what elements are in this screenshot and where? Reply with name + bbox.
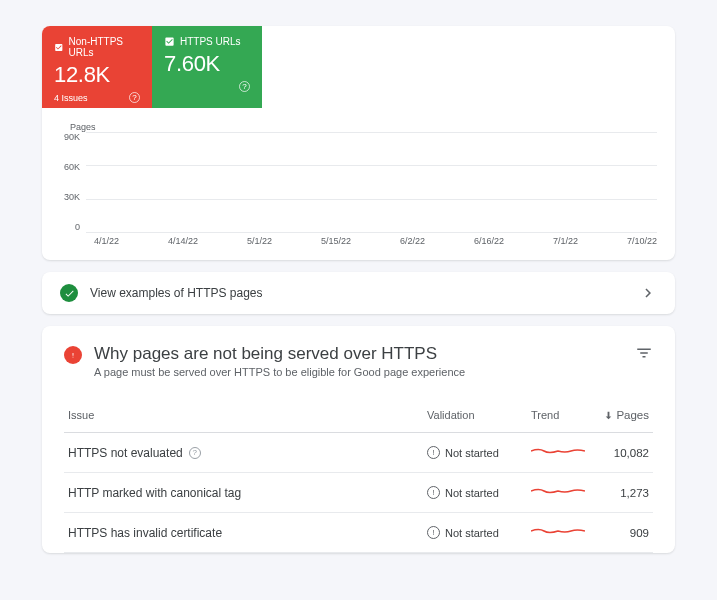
help-icon[interactable]: ? bbox=[239, 81, 250, 92]
info-icon: ! bbox=[427, 486, 440, 499]
checkbox-checked-icon bbox=[164, 36, 175, 47]
issue-name: HTTP marked with canonical tag bbox=[68, 486, 427, 500]
help-icon[interactable]: ? bbox=[189, 447, 201, 459]
pages-count: 1,273 bbox=[599, 487, 649, 499]
alert-icon bbox=[64, 346, 82, 364]
info-icon: ! bbox=[427, 526, 440, 539]
chart-yaxis: 90K60K30K0 bbox=[64, 132, 80, 232]
validation-status: !Not started bbox=[427, 486, 523, 499]
col-pages[interactable]: Pages bbox=[599, 409, 649, 421]
checkbox-checked-icon bbox=[54, 42, 64, 53]
issue-name: HTTPS has invalid certificate bbox=[68, 526, 427, 540]
metrics-card: Non-HTTPS URLs 12.8K 4 Issues ? HTTPS UR… bbox=[42, 26, 675, 260]
view-examples-row[interactable]: View examples of HTTPS pages bbox=[42, 272, 675, 314]
issue-name: HTTPS not evaluated? bbox=[68, 446, 427, 460]
issues-subtitle: A page must be served over HTTPS to be e… bbox=[94, 366, 623, 378]
chart-plot bbox=[86, 132, 657, 232]
validation-status: !Not started bbox=[427, 526, 523, 539]
check-circle-icon bbox=[60, 284, 78, 302]
table-row[interactable]: HTTP marked with canonical tag!Not start… bbox=[64, 473, 653, 513]
stat-non-https-value: 12.8K bbox=[54, 62, 140, 88]
col-trend: Trend bbox=[531, 409, 591, 421]
table-row[interactable]: HTTPS not evaluated?!Not started10,082 bbox=[64, 433, 653, 473]
info-icon: ! bbox=[427, 446, 440, 459]
chart-y-title: Pages bbox=[70, 122, 657, 132]
issues-title: Why pages are not being served over HTTP… bbox=[94, 344, 623, 364]
pages-count: 10,082 bbox=[599, 447, 649, 459]
trend-sparkline bbox=[531, 524, 591, 541]
stat-https-label: HTTPS URLs bbox=[180, 36, 241, 47]
trend-sparkline bbox=[531, 444, 591, 461]
table-header: Issue Validation Trend Pages bbox=[64, 398, 653, 433]
stat-non-https[interactable]: Non-HTTPS URLs 12.8K 4 Issues ? bbox=[42, 26, 152, 108]
help-icon[interactable]: ? bbox=[129, 92, 140, 103]
sort-down-icon bbox=[603, 410, 614, 421]
col-issue: Issue bbox=[68, 409, 427, 421]
filter-icon[interactable] bbox=[635, 344, 653, 362]
stat-https-value: 7.60K bbox=[164, 51, 250, 77]
col-validation: Validation bbox=[427, 409, 523, 421]
stat-https[interactable]: HTTPS URLs 7.60K ? bbox=[152, 26, 262, 108]
chevron-right-icon bbox=[639, 284, 657, 302]
validation-status: !Not started bbox=[427, 446, 523, 459]
chart: Pages 90K60K30K0 4/1/224/14/225/1/225/15… bbox=[42, 108, 675, 246]
trend-sparkline bbox=[531, 484, 591, 501]
stat-non-https-sub: 4 Issues bbox=[54, 93, 88, 103]
table-row[interactable]: HTTPS has invalid certificate!Not starte… bbox=[64, 513, 653, 553]
stat-non-https-label: Non-HTTPS URLs bbox=[69, 36, 140, 58]
pages-count: 909 bbox=[599, 527, 649, 539]
chart-xaxis: 4/1/224/14/225/1/225/15/226/2/226/16/227… bbox=[94, 236, 657, 246]
issues-card: Why pages are not being served over HTTP… bbox=[42, 326, 675, 553]
view-examples-label: View examples of HTTPS pages bbox=[90, 286, 627, 300]
